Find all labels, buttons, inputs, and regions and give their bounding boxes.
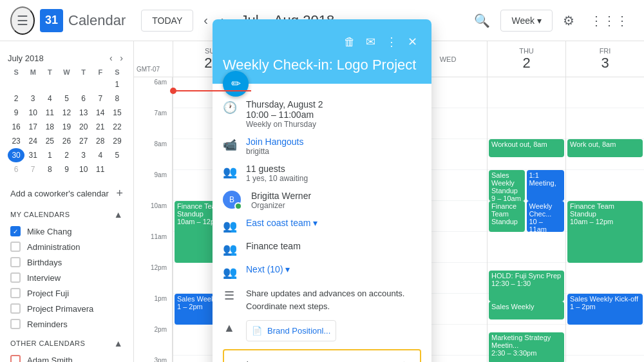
search-button[interactable]: 🔍 bbox=[469, 8, 495, 33]
dow-s2: S bbox=[109, 67, 126, 77]
mini-cal-day[interactable]: 13 bbox=[75, 106, 92, 120]
mini-cal-day[interactable]: 2 bbox=[8, 91, 24, 106]
mini-cal-day[interactable]: 25 bbox=[41, 134, 58, 148]
mini-cal-forward[interactable]: › bbox=[117, 52, 126, 64]
mini-cal-day[interactable]: 6 bbox=[75, 91, 92, 106]
mini-cal-back[interactable]: ‹ bbox=[107, 52, 115, 64]
my-calendar-item[interactable]: Reminders bbox=[0, 316, 133, 332]
mini-cal-day[interactable]: 21 bbox=[92, 120, 109, 134]
mini-cal-day[interactable]: 10 bbox=[24, 106, 41, 120]
modal-guests: 11 guests 1 yes, 10 awaiting bbox=[246, 164, 308, 183]
mini-cal-day[interactable]: 4 bbox=[41, 91, 58, 106]
view-arrow: ▾ bbox=[537, 15, 542, 26]
my-calendar-item[interactable]: ✓Mike Chang bbox=[0, 224, 133, 239]
modal-video-link[interactable]: Join Hangouts bbox=[246, 137, 304, 147]
event-finance-standup-thu[interactable]: Finance TeamStandup bbox=[489, 201, 525, 232]
modal-video: Join Hangouts brigitta bbox=[246, 137, 304, 156]
calendar-checkbox[interactable] bbox=[10, 257, 21, 267]
event-weekly-check-thu[interactable]: Weekly Chec...10 – 11am bbox=[527, 201, 565, 232]
modal-delete-button[interactable]: 🗑 bbox=[340, 32, 359, 52]
event-sales-weekly-thu[interactable]: Sales Weekly bbox=[489, 301, 564, 319]
calendar-checkbox[interactable] bbox=[10, 272, 21, 283]
my-calendar-item[interactable]: Birthdays bbox=[0, 254, 133, 270]
modal-close-button[interactable]: ✕ bbox=[404, 32, 421, 52]
modal-email-button[interactable]: ✉ bbox=[362, 32, 379, 52]
mini-cal-day[interactable]: 1 bbox=[109, 77, 126, 91]
mini-cal-day[interactable]: 11 bbox=[92, 162, 109, 176]
mini-cal-day[interactable]: 7 bbox=[92, 91, 109, 106]
modal-group3[interactable]: Next (10) ▾ bbox=[246, 264, 290, 274]
event-finance-standup-fri[interactable]: Finance Team Standup10am – 12pm bbox=[567, 201, 643, 263]
modal-edit-button[interactable]: ✏ bbox=[223, 71, 249, 97]
mini-cal-day[interactable]: 5 bbox=[58, 91, 75, 106]
event-workout-fri[interactable]: Work out, 8am bbox=[567, 139, 643, 157]
event-sales-standup-thu[interactable]: Sales Weekly Standup9 – 10am bbox=[489, 170, 525, 201]
today-button[interactable]: TODAY bbox=[141, 10, 193, 32]
mini-cal-day[interactable]: 30 bbox=[8, 148, 24, 162]
mini-cal-day[interactable]: 10 bbox=[75, 162, 92, 176]
prev-button[interactable]: ‹ bbox=[198, 8, 213, 33]
mini-cal-day[interactable]: 8 bbox=[41, 162, 58, 176]
modal-more-button[interactable]: ⋮ bbox=[382, 32, 401, 52]
mini-cal-day[interactable]: 28 bbox=[92, 134, 109, 148]
mini-cal-day[interactable]: 1 bbox=[41, 148, 58, 162]
mini-cal-day[interactable]: 6 bbox=[8, 162, 24, 176]
mini-cal-day[interactable]: 9 bbox=[8, 106, 24, 120]
day-col-thu[interactable]: Workout out, 8am Sales Weekly Standup9 –… bbox=[487, 77, 565, 362]
mini-cal-day[interactable]: 9 bbox=[58, 162, 75, 176]
day-col-fri[interactable]: Work out, 8am Finance Team Standup10am –… bbox=[565, 77, 644, 362]
mini-cal-day[interactable]: 16 bbox=[8, 120, 24, 134]
event-fuji-sync-thu[interactable]: HOLD: Fuji Sync Prep12:30 – 1:30 bbox=[489, 271, 564, 301]
mini-cal-day[interactable]: 31 bbox=[24, 148, 41, 162]
time-column: 6am 7am 8am 9am 10am 11am 12pm 1pm 2pm 3… bbox=[134, 77, 173, 362]
other-calendar-item[interactable]: Adam Smith bbox=[0, 352, 133, 362]
event-workout-thu[interactable]: Workout out, 8am bbox=[489, 139, 564, 157]
my-calendar-item[interactable]: Project Primavera bbox=[0, 301, 133, 316]
mini-cal-day[interactable]: 2 bbox=[58, 148, 75, 162]
mini-cal-day[interactable]: 3 bbox=[24, 91, 41, 106]
modal-video-row: 📹 Join Hangouts brigitta bbox=[223, 137, 421, 156]
going-collapse-button[interactable]: ▲ bbox=[398, 358, 410, 362]
modal-group1[interactable]: East coast team ▾ bbox=[246, 218, 317, 228]
my-calendar-item[interactable]: Interview bbox=[0, 270, 133, 285]
mini-cal-day[interactable]: 4 bbox=[92, 148, 109, 162]
calendar-checkbox[interactable] bbox=[10, 242, 21, 252]
mini-cal-day[interactable]: 11 bbox=[41, 106, 58, 120]
other-calendar-checkbox[interactable] bbox=[10, 355, 21, 362]
modal-drive-link[interactable]: 📄 Brand Positionl... bbox=[246, 320, 336, 341]
mini-cal-day[interactable]: 18 bbox=[41, 120, 58, 134]
mini-cal-day[interactable]: 26 bbox=[58, 134, 75, 148]
my-calendar-item[interactable]: Administration bbox=[0, 239, 133, 254]
mini-cal-day[interactable]: 17 bbox=[24, 120, 41, 134]
my-calendar-item[interactable]: Project Fuji bbox=[0, 285, 133, 301]
apps-button[interactable]: ⋮⋮⋮ bbox=[585, 8, 634, 33]
calendar-checkbox[interactable] bbox=[10, 288, 21, 298]
calendar-checkbox[interactable]: ✓ bbox=[10, 226, 21, 236]
mini-cal-day[interactable]: 15 bbox=[109, 106, 126, 120]
mini-cal-day[interactable]: 29 bbox=[109, 134, 126, 148]
view-selector[interactable]: Week ▾ bbox=[500, 10, 553, 32]
logo-text: Calendar bbox=[68, 12, 126, 29]
mini-cal-day[interactable]: 3 bbox=[75, 148, 92, 162]
mini-cal-day[interactable]: 8 bbox=[109, 91, 126, 106]
mini-cal-day[interactable]: 12 bbox=[58, 106, 75, 120]
mini-cal-day[interactable]: 27 bbox=[75, 134, 92, 148]
mini-cal-day[interactable]: 22 bbox=[109, 120, 126, 134]
add-coworker[interactable]: Add a coworker's calendar + bbox=[0, 182, 133, 205]
event-marketing-thu[interactable]: Marketing Strategy Meetin...2:30 – 3:30p… bbox=[489, 332, 564, 362]
settings-button[interactable]: ⚙ bbox=[558, 8, 580, 33]
mini-cal-day[interactable]: 20 bbox=[75, 120, 92, 134]
my-calendars-arrow[interactable]: ▲ bbox=[114, 209, 123, 220]
mini-cal-day[interactable]: 7 bbox=[24, 162, 41, 176]
mini-cal-day[interactable]: 24 bbox=[24, 134, 41, 148]
mini-cal-day[interactable]: 5 bbox=[109, 148, 126, 162]
calendar-checkbox[interactable] bbox=[10, 319, 21, 329]
event-11-meeting-thu[interactable]: 1:1 Meeting, bbox=[527, 170, 565, 201]
mini-cal-day[interactable]: 23 bbox=[8, 134, 24, 148]
other-calendars-arrow[interactable]: ▲ bbox=[114, 338, 123, 348]
menu-button[interactable]: ☰ bbox=[10, 6, 35, 35]
event-sales-kickoff-fri[interactable]: Sales Weekly Kick-off1 – 2pm bbox=[567, 294, 643, 325]
mini-cal-day[interactable]: 19 bbox=[58, 120, 75, 134]
calendar-checkbox[interactable] bbox=[10, 303, 21, 314]
mini-cal-day[interactable]: 14 bbox=[92, 106, 109, 120]
